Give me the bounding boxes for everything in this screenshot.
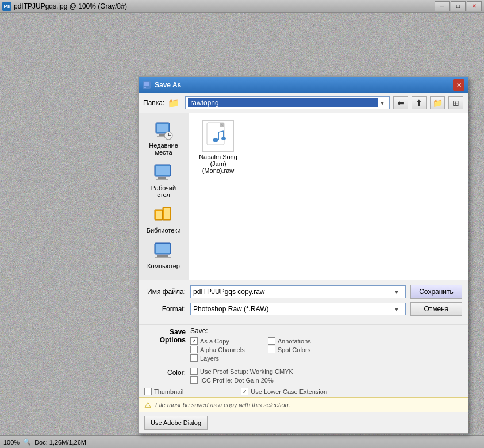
dialog-title: Save As	[155, 81, 453, 89]
ps-maximize-btn[interactable]: □	[451, 1, 466, 11]
new-folder-icon: 📁	[433, 98, 443, 107]
layers-label: Layers	[200, 355, 219, 362]
lower-case-checkbox[interactable]: ✓	[241, 388, 248, 395]
sidebar-item-libraries[interactable]: Библиотеки	[141, 203, 186, 236]
annotations-checkbox[interactable]	[268, 337, 275, 345]
dialog-toolbar: Папка: 📁 rawtopng ▼ ⬅ ⬆ 📁 ⊞	[139, 93, 468, 113]
recent-places-label: Недавниеместа	[149, 142, 178, 156]
filename-value: pdITPJUPgqs copy.raw	[193, 288, 394, 296]
doc-info: Doc: 1,26M/1,26M	[34, 439, 86, 446]
thumbnail-label: Thumbnail	[154, 388, 183, 395]
svg-rect-18	[164, 208, 170, 219]
recent-places-icon	[152, 120, 175, 141]
dialog-close-btn[interactable]: ✕	[453, 79, 464, 91]
dialog-titlebar: Save As ✕	[139, 77, 468, 93]
format-row: Format: Photoshop Raw (*.RAW) ▼ Отмена	[144, 302, 462, 316]
thumbnail-row[interactable]: Thumbnail	[144, 388, 183, 395]
use-adobe-dialog-btn[interactable]: Use Adobe Dialog	[144, 416, 208, 430]
file-item[interactable]: Napalm Song(Jam) (Mono).raw	[194, 118, 243, 176]
cancel-btn[interactable]: Отмена	[410, 302, 462, 316]
ps-window-title: pdITPJUPgqs.jpg @ 100% (Gray/8#)	[14, 2, 435, 10]
ps-statusbar: 100% 🔍 Doc: 1,26M/1,26M	[0, 435, 484, 448]
annotations-row[interactable]: Annotations	[268, 337, 311, 345]
sidebar-item-computer[interactable]: Компьютер	[141, 238, 186, 272]
folder-icon-sm: 📁	[168, 98, 179, 109]
color-section: Color: Use Proof Setup: Working CMYK ICC…	[139, 364, 468, 385]
proof-setup-row[interactable]: Use Proof Setup: Working CMYK	[190, 368, 293, 375]
file-icon	[202, 120, 234, 152]
svg-point-30	[221, 137, 226, 140]
desktop-label: Рабочийстол	[151, 184, 176, 198]
format-arrow-icon: ▼	[394, 306, 403, 312]
file-name: Napalm Song(Jam) (Mono).raw	[196, 153, 240, 174]
new-folder-btn[interactable]: 📁	[430, 96, 445, 109]
location-combo[interactable]: rawtopng ▼	[185, 96, 390, 109]
location-text: rawtopng	[188, 98, 378, 107]
save-as-dialog: Save As ✕ Папка: 📁 rawtopng ▼ ⬅ ⬆ 📁 ⊞	[138, 76, 468, 434]
svg-rect-21	[157, 255, 168, 257]
filename-combo[interactable]: pdITPJUPgqs copy.raw ▼	[190, 285, 406, 298]
file-area[interactable]: Napalm Song(Jam) (Mono).raw	[189, 113, 468, 280]
spot-colors-row[interactable]: Spot Colors	[268, 346, 311, 353]
back-btn[interactable]: ⬅	[393, 96, 408, 109]
lower-case-row[interactable]: ✓ Use Lower Case Extension	[241, 388, 327, 395]
ps-window-controls: ─ □ ✕	[435, 1, 482, 11]
computer-label: Компьютер	[147, 262, 180, 269]
ps-titlebar: Ps pdITPJUPgqs.jpg @ 100% (Gray/8#) ─ □ …	[0, 0, 484, 13]
sidebar: Недавниеместа Рабочийстол	[139, 113, 189, 280]
thumbnail-checkbox[interactable]	[144, 388, 152, 395]
bottom-checks: Thumbnail ✓ Use Lower Case Extension	[139, 385, 468, 397]
alpha-channels-row[interactable]: Alpha Channels	[190, 346, 245, 353]
alpha-channels-checkbox[interactable]	[190, 346, 198, 353]
alpha-channels-label: Alpha Channels	[200, 346, 245, 353]
as-a-copy-row[interactable]: ✓ As a Copy	[190, 337, 245, 345]
warning-text: File must be saved as a copy with this s…	[155, 401, 290, 408]
layers-checkbox[interactable]	[190, 354, 198, 362]
svg-rect-20	[156, 244, 170, 253]
back-icon: ⬅	[397, 98, 404, 107]
proof-setup-label: Use Proof Setup: Working CMYK	[200, 368, 293, 375]
save-btn[interactable]: Сохранить	[410, 285, 462, 299]
warning-icon: ⚠	[144, 400, 152, 410]
as-a-copy-checkbox[interactable]: ✓	[190, 337, 198, 345]
format-value: Photoshop Raw (*.RAW)	[193, 305, 394, 313]
save-checkboxes-right: Annotations Spot Colors	[268, 337, 311, 362]
layers-row[interactable]: Layers	[190, 354, 245, 362]
view-btn[interactable]: ⊞	[448, 96, 463, 109]
folder-label: Папка:	[143, 99, 164, 107]
content-area: Недавниеместа Рабочийстол	[139, 113, 468, 280]
sidebar-item-desktop[interactable]: Рабочийстол	[141, 160, 186, 200]
format-label: Format:	[144, 305, 190, 313]
save-options-section: Save Options Save: ✓ As a Copy Alpha Cha…	[139, 324, 468, 364]
view-icon: ⊞	[452, 98, 459, 107]
annotations-label: Annotations	[278, 338, 311, 345]
up-btn[interactable]: ⬆	[412, 96, 427, 109]
ps-minimize-btn[interactable]: ─	[435, 1, 450, 11]
libraries-label: Библиотеки	[147, 227, 181, 234]
ps-close-btn[interactable]: ✕	[467, 1, 482, 11]
spot-colors-label: Spot Colors	[278, 346, 310, 353]
sidebar-item-recent[interactable]: Недавниеместа	[141, 118, 186, 158]
save-checkboxes-left: ✓ As a Copy Alpha Channels Layers	[190, 337, 245, 362]
spot-colors-checkbox[interactable]	[268, 346, 275, 353]
format-combo[interactable]: Photoshop Raw (*.RAW) ▼	[190, 303, 406, 315]
svg-rect-13	[158, 177, 166, 179]
svg-rect-2	[144, 82, 149, 86]
as-a-copy-label: As a Copy	[200, 338, 229, 345]
color-section-label: Color:	[144, 368, 190, 377]
icc-profile-label: ICC Profile: Dot Gain 20%	[200, 377, 274, 384]
icc-profile-checkbox[interactable]	[190, 376, 198, 384]
dialog-icon	[142, 80, 151, 90]
svg-rect-16	[156, 211, 162, 219]
svg-point-26	[213, 138, 218, 142]
adobe-row: Use Adobe Dialog	[139, 412, 468, 433]
desktop-icon	[152, 163, 175, 183]
color-checkboxes: Use Proof Setup: Working CMYK ICC Profil…	[190, 368, 293, 384]
filename-row: Имя файла: pdITPJUPgqs copy.raw ▼ Сохран…	[144, 285, 462, 299]
up-icon: ⬆	[416, 98, 422, 107]
file-options-area: Имя файла: pdITPJUPgqs copy.raw ▼ Сохран…	[139, 280, 468, 324]
proof-setup-checkbox[interactable]	[190, 368, 198, 375]
save-options-title-label: Save Options	[144, 327, 190, 344]
icc-profile-row[interactable]: ICC Profile: Dot Gain 20%	[190, 376, 293, 384]
filename-label: Имя файла:	[144, 288, 190, 296]
